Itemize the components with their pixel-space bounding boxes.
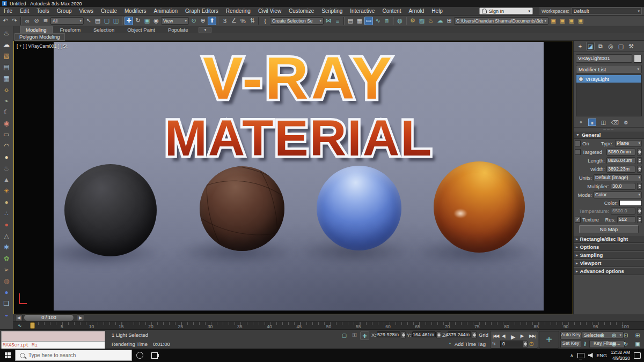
transform-gizmo-icon[interactable]: ✚ <box>360 331 369 340</box>
utilities-tab[interactable]: ⚒ <box>627 42 635 50</box>
selection-lock-icon[interactable]: ⚿ <box>350 331 358 339</box>
create-tab[interactable]: + <box>576 42 584 50</box>
selection-filter-dropdown[interactable]: All▾ <box>50 17 84 25</box>
configure-modifier-sets-icon[interactable]: ⚙ <box>622 119 630 126</box>
spinner[interactable] <box>523 341 528 348</box>
width-field[interactable]: 3892.23m <box>606 166 635 173</box>
pin-stack-icon[interactable]: ⌖ <box>577 119 585 126</box>
rollout-sampling[interactable]: ▸Sampling <box>574 251 644 259</box>
folder-open-icon[interactable]: ▣ <box>558 17 567 25</box>
menu-interactive[interactable]: Interactive <box>346 7 378 16</box>
ribbon-tab-modeling[interactable]: Modeling <box>20 26 53 33</box>
menu-content[interactable]: Content <box>378 7 405 16</box>
z-coordinate-field[interactable]: 4379.244m <box>448 331 471 337</box>
rollout-rectangle-disc-light[interactable]: ▸Rectangle/disc light <box>574 235 644 243</box>
rollout-general[interactable]: ▼ General <box>574 131 644 139</box>
viewport-label[interactable]: [ + ] [ VRayCam001 ] [ St <box>17 43 67 49</box>
taskbar-search[interactable]: Type here to search <box>15 350 132 361</box>
menu-civil-view[interactable]: Civil View <box>254 7 285 16</box>
percent-snap-icon[interactable]: % <box>239 17 247 25</box>
rollout-options[interactable]: ▸Options <box>574 243 644 251</box>
camera-icon[interactable]: ◉ <box>2 118 12 128</box>
light-color-swatch[interactable] <box>619 200 642 206</box>
spinner[interactable] <box>637 166 642 173</box>
show-end-result-icon[interactable]: ∎ <box>588 119 596 126</box>
zoom-all-icon[interactable]: ⊛ <box>609 331 619 339</box>
projector-light-icon[interactable]: ⌁ <box>2 95 12 106</box>
render-preview-icon[interactable]: ▧ <box>2 50 12 61</box>
menu-graph-editors[interactable]: Graph Editors <box>181 7 222 16</box>
select-and-move-icon[interactable]: ✚ <box>125 17 133 25</box>
task-view-button[interactable] <box>147 349 162 362</box>
clock[interactable]: 12:32 AM 4/9/2020 <box>611 350 630 361</box>
render-gallery-icon[interactable]: ⊞ <box>445 17 453 25</box>
time-slider-handle[interactable]: 0 / 100 <box>24 314 74 321</box>
multiplier-field[interactable]: 30.0 <box>611 183 635 190</box>
ribbon-tab-object-paint[interactable]: Object Paint <box>122 26 160 33</box>
cortana-button[interactable] <box>132 349 147 362</box>
maximize-viewport-icon[interactable]: ▣ <box>632 340 643 348</box>
object-name-field[interactable]: VRayLight001 <box>576 54 632 63</box>
folder-settings-icon[interactable]: ▣ <box>576 17 585 25</box>
menu-tools[interactable]: Tools <box>33 7 53 16</box>
ribbon-toggle-icon[interactable]: ▭ <box>364 17 373 25</box>
sphere-primitive-icon[interactable]: ● <box>2 152 12 162</box>
modifier-stack-item[interactable]: VRayLight <box>576 75 641 83</box>
set-keys-button[interactable]: + <box>539 331 559 349</box>
modifier-stack[interactable]: VRayLight <box>576 75 642 116</box>
motion-tab[interactable]: ◎ <box>606 42 615 50</box>
type-dropdown[interactable]: Plane ▾ <box>615 140 642 147</box>
texture-checkbox[interactable]: ✓ <box>575 217 581 223</box>
window-crossing-icon[interactable]: ◫ <box>112 17 120 25</box>
menu-modifiers[interactable]: Modifiers <box>121 7 150 16</box>
select-by-name-icon[interactable]: ▤ <box>93 17 102 25</box>
targeted-distance-field[interactable]: 5080.0mm <box>606 149 635 156</box>
display-tab[interactable]: ▢ <box>617 42 625 50</box>
timeline-ruler[interactable]: ∿ 05101520253035404550556065707580859095… <box>13 322 644 329</box>
select-and-scale-icon[interactable]: ▣ <box>143 17 151 25</box>
network-icon[interactable] <box>577 353 584 358</box>
layers-lock-icon[interactable]: ❏ <box>2 298 12 308</box>
select-and-manipulate-icon[interactable]: ⊕ <box>199 17 207 25</box>
ribbon-display-dropdown[interactable]: ▾ <box>199 27 211 33</box>
auto-key-button[interactable]: Auto Key <box>560 331 581 339</box>
rendered-frame-window-icon[interactable]: ▨ <box>418 17 426 25</box>
targeted-checkbox[interactable] <box>575 149 581 155</box>
menu-scripting[interactable]: Scripting <box>318 7 346 16</box>
zoom-icon[interactable]: ⊕ <box>597 331 608 339</box>
y-coordinate-field[interactable]: -164.461m <box>412 331 436 337</box>
polygon-modeling-panel[interactable]: Polygon Modeling <box>14 33 65 41</box>
language-indicator[interactable]: ENG <box>597 353 608 358</box>
redo-icon[interactable]: ↷ <box>10 17 19 25</box>
moon-icon[interactable]: ☾ <box>2 107 12 117</box>
make-unique-icon[interactable]: ◫ <box>599 119 608 126</box>
use-pivot-center-icon[interactable]: ⊙ <box>189 17 198 25</box>
zoom-region-icon[interactable]: ⊞ <box>632 331 643 339</box>
length-field[interactable]: 8826.043m <box>606 157 635 164</box>
select-and-rotate-icon[interactable]: ↻ <box>134 17 142 25</box>
spinner[interactable] <box>637 149 642 156</box>
modify-tab[interactable]: ◪ <box>586 42 595 50</box>
snaps-toggle-icon[interactable]: 3 <box>221 17 229 25</box>
menu-create[interactable]: Create <box>97 7 121 16</box>
key-filter-icon[interactable]: ⚷ <box>582 339 588 347</box>
uv-ball-icon[interactable]: ◍ <box>2 276 12 286</box>
textured-ball-icon[interactable]: ◒ <box>2 309 12 320</box>
lamp-icon[interactable]: ☼ <box>2 84 12 94</box>
menu-rendering[interactable]: Rendering <box>222 7 254 16</box>
select-and-link-icon[interactable]: ∞ <box>23 17 32 25</box>
angle-snap-icon[interactable]: ∠ <box>230 17 238 25</box>
next-frame-button[interactable]: |▶ <box>520 334 523 338</box>
maxscript-mini-listener[interactable]: MAXScript Mi <box>1 331 105 350</box>
align-icon[interactable]: ≡ <box>333 17 342 25</box>
zoom-extents-icon[interactable]: ⊡ <box>620 331 631 339</box>
dome-primitive-icon[interactable]: ◠ <box>2 141 12 151</box>
go-to-start-button[interactable]: |◀◀ <box>493 334 499 338</box>
layer-explorer-icon[interactable]: ▦ <box>355 17 364 25</box>
coin-material-icon[interactable]: ● <box>2 197 12 207</box>
current-frame-field[interactable]: 0 <box>500 341 526 348</box>
menu-edit[interactable]: Edit <box>16 7 33 16</box>
ribbon-tab-populate[interactable]: Populate <box>163 26 194 33</box>
action-center-icon[interactable] <box>634 352 641 359</box>
mirror-icon[interactable]: ⋈ <box>324 17 333 25</box>
